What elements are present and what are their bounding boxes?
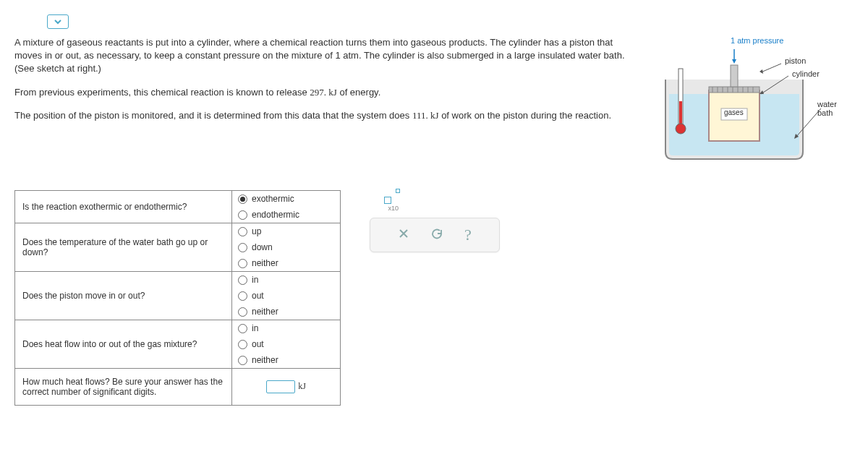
q2-opt-neither[interactable]: neither (232, 255, 340, 271)
svg-point-2 (676, 124, 686, 134)
chevron-down-icon (54, 17, 62, 26)
cylinder-label: cylinder (792, 69, 820, 78)
radio-icon (238, 194, 247, 204)
close-icon (398, 228, 409, 239)
q4-opt-in[interactable]: in (232, 320, 340, 336)
waterbath-label: water bath (817, 100, 854, 117)
q3-opt-out[interactable]: out (232, 288, 340, 304)
heat-input[interactable] (266, 380, 295, 393)
svg-rect-14 (731, 65, 738, 87)
apparatus-diagram: 1 atm pressure piston cylinder water bat… (651, 36, 854, 168)
q1-opt-endothermic[interactable]: endothermic (232, 207, 340, 223)
q4-opt-neither[interactable]: neither (232, 352, 340, 368)
radio-icon (238, 291, 247, 301)
square-small-icon (396, 189, 400, 193)
sci-notation-button[interactable]: x10 (370, 190, 406, 210)
q3-opt-neither[interactable]: neither (232, 304, 340, 320)
clear-button[interactable] (398, 228, 409, 242)
x10-label: x10 (388, 205, 399, 212)
problem-p1: A mixture of gaseous reactants is put in… (14, 36, 637, 76)
pressure-label: 1 atm pressure (731, 36, 783, 45)
gases-label: gases (724, 108, 744, 116)
problem-text: A mixture of gaseous reactants is put in… (14, 36, 651, 168)
svg-rect-4 (709, 87, 760, 93)
radio-icon (238, 324, 247, 333)
q3-label: Does the piston move in or out? (15, 272, 232, 320)
radio-icon (238, 227, 247, 236)
q2-opt-down[interactable]: down (232, 239, 340, 255)
tool-panel: x10 ? (370, 190, 500, 406)
reset-icon (431, 228, 443, 239)
q4-opt-out[interactable]: out (232, 336, 340, 352)
problem-p2: From previous experiments, this chemical… (14, 86, 637, 99)
svg-rect-1 (679, 101, 682, 126)
radio-icon (238, 356, 247, 365)
radio-icon (238, 275, 247, 285)
reset-button[interactable] (431, 228, 443, 242)
q2-opt-up[interactable]: up (232, 223, 340, 239)
q4-label: Does heat flow into or out of the gas mi… (15, 320, 232, 369)
svg-line-17 (761, 64, 781, 72)
q3-opt-in[interactable]: in (232, 272, 340, 288)
radio-icon (238, 210, 247, 220)
problem-p3: The position of the piston is monitored,… (14, 109, 637, 122)
radio-icon (238, 243, 247, 252)
help-button[interactable]: ? (464, 226, 472, 244)
unit-label: kJ (298, 381, 306, 391)
piston-label: piston (785, 56, 806, 65)
radio-icon (238, 340, 247, 349)
q1-label: Is the reaction exothermic or endothermi… (15, 191, 232, 223)
radio-icon (238, 259, 247, 268)
radio-icon (238, 307, 247, 317)
q5-label: How much heat flows? Be sure your answer… (15, 369, 232, 406)
question-table: Is the reaction exothermic or endothermi… (14, 190, 341, 406)
q2-label: Does the temperature of the water bath g… (15, 223, 232, 272)
square-icon (384, 197, 391, 204)
expand-button[interactable] (47, 14, 69, 29)
q1-opt-exothermic[interactable]: exothermic (232, 191, 340, 207)
